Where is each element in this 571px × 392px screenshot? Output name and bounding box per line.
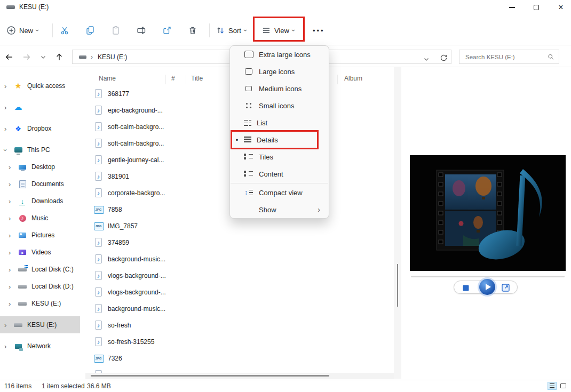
view-menu-item[interactable]: Medium icons bbox=[230, 80, 329, 97]
new-button[interactable]: New › bbox=[6, 22, 38, 38]
file-row[interactable]: background-music... bbox=[85, 300, 394, 317]
tree-chevron-icon[interactable] bbox=[9, 231, 16, 239]
file-row[interactable]: 374859 bbox=[85, 234, 394, 251]
file-row[interactable]: vlogs-background-... bbox=[85, 284, 394, 300]
chevron-down-icon: › bbox=[34, 29, 41, 31]
search-input[interactable] bbox=[459, 54, 548, 60]
close-button[interactable]: × bbox=[552, 1, 570, 14]
paste-button[interactable] bbox=[111, 22, 121, 38]
file-row[interactable]: background-music... bbox=[85, 251, 394, 267]
sidebar-item[interactable]: Dropbox bbox=[0, 120, 85, 137]
popout-button[interactable] bbox=[502, 284, 510, 292]
file-row[interactable]: so-fresh-315255 bbox=[85, 333, 394, 350]
breadcrumb-separator: › bbox=[91, 53, 93, 61]
sort-button[interactable]: Sort › bbox=[216, 22, 247, 38]
file-name: IMG_7857 bbox=[108, 222, 138, 230]
tree-chevron-icon[interactable] bbox=[4, 321, 12, 329]
rename-button[interactable] bbox=[137, 22, 146, 38]
forward-button[interactable] bbox=[21, 51, 33, 63]
tree-chevron-icon[interactable] bbox=[9, 283, 16, 291]
details-view-toggle[interactable] bbox=[548, 382, 557, 390]
tree-chevron-icon[interactable] bbox=[9, 249, 16, 257]
view-menu-item[interactable]: Large icons bbox=[230, 63, 329, 80]
file-name: 7858 bbox=[108, 206, 122, 213]
recent-locations-button[interactable] bbox=[37, 51, 49, 63]
sidebar-item-icon bbox=[18, 163, 27, 171]
title-bar: KESU (E:) × bbox=[0, 0, 571, 15]
sidebar-item[interactable]: Local Disk (C:) bbox=[0, 261, 85, 278]
share-button[interactable] bbox=[162, 22, 172, 38]
file-type-icon bbox=[94, 106, 103, 115]
play-button[interactable] bbox=[479, 279, 495, 295]
sidebar-item[interactable]: Network bbox=[0, 338, 85, 355]
file-type-icon bbox=[94, 238, 103, 247]
tree-chevron-icon[interactable] bbox=[9, 197, 16, 205]
column-header-title[interactable]: Title bbox=[191, 75, 203, 82]
horizontal-scrollbar[interactable] bbox=[85, 373, 394, 379]
sidebar-item[interactable]: Local Disk (D:) bbox=[0, 278, 85, 295]
sidebar-item[interactable]: Documents bbox=[0, 175, 85, 193]
sidebar-item[interactable]: Downloads bbox=[0, 193, 85, 210]
up-button[interactable] bbox=[53, 51, 65, 63]
tree-chevron-icon[interactable] bbox=[9, 214, 16, 222]
toolbar-divider bbox=[52, 23, 53, 37]
view-menu-item[interactable]: Content bbox=[230, 165, 329, 182]
sidebar-item[interactable]: Videos bbox=[0, 244, 85, 261]
column-header-album[interactable]: Album bbox=[344, 75, 362, 82]
sidebar-item[interactable]: This PC bbox=[0, 141, 85, 158]
file-row[interactable]: so-fresh bbox=[85, 317, 394, 333]
thumbnail-view-toggle[interactable] bbox=[559, 382, 568, 390]
stop-button[interactable] bbox=[463, 285, 469, 291]
refresh-button[interactable] bbox=[438, 52, 449, 63]
file-row[interactable]: IMG_7857 bbox=[85, 218, 394, 234]
search-box[interactable] bbox=[459, 50, 559, 64]
view-icon bbox=[261, 26, 271, 35]
file-row[interactable]: vlogs-background-... bbox=[85, 267, 394, 284]
more-options-button[interactable]: ••• bbox=[313, 22, 325, 38]
tree-chevron-icon[interactable] bbox=[9, 163, 16, 171]
column-divider[interactable] bbox=[337, 75, 338, 84]
vertical-scrollbar-thumb[interactable] bbox=[397, 264, 398, 307]
view-menu-item[interactable]: Compact view bbox=[230, 184, 329, 201]
delete-button[interactable] bbox=[188, 22, 197, 38]
sidebar-item[interactable]: KESU (E:) bbox=[0, 316, 80, 333]
column-header-number[interactable]: # bbox=[171, 75, 175, 82]
column-divider[interactable] bbox=[165, 75, 166, 84]
copy-button[interactable] bbox=[85, 22, 95, 38]
vertical-scrollbar[interactable] bbox=[394, 67, 401, 379]
sidebar-item[interactable]: Desktop bbox=[0, 158, 85, 175]
tree-chevron-icon[interactable] bbox=[4, 342, 12, 350]
tree-chevron-icon[interactable] bbox=[4, 82, 12, 90]
view-menu-item[interactable]: Small icons bbox=[230, 97, 329, 114]
address-dropdown-button[interactable] bbox=[421, 53, 432, 65]
view-menu-item[interactable]: List bbox=[230, 114, 329, 131]
tree-chevron-icon[interactable] bbox=[4, 125, 12, 133]
tree-chevron-icon[interactable] bbox=[9, 180, 16, 188]
sidebar-item[interactable]: Pictures bbox=[0, 227, 85, 244]
view-button[interactable]: View › bbox=[261, 22, 295, 38]
back-button[interactable] bbox=[3, 51, 15, 63]
column-divider[interactable] bbox=[186, 75, 186, 84]
file-row[interactable]: 7326 bbox=[85, 350, 394, 366]
tree-chevron-icon[interactable] bbox=[9, 266, 16, 274]
tree-chevron-icon[interactable] bbox=[4, 103, 12, 111]
minimize-button[interactable] bbox=[503, 1, 521, 14]
view-menu-item[interactable]: Show bbox=[230, 201, 329, 218]
tree-chevron-icon[interactable] bbox=[4, 146, 12, 154]
sidebar-item[interactable] bbox=[0, 99, 85, 116]
view-menu-item[interactable]: Tiles bbox=[230, 148, 329, 165]
view-menu-item[interactable]: Details bbox=[230, 131, 329, 148]
tree-chevron-icon[interactable] bbox=[9, 300, 16, 308]
sidebar-item[interactable]: KESU (E:) bbox=[0, 295, 85, 312]
file-row[interactable] bbox=[85, 366, 394, 373]
view-menu-item[interactable]: Extra large icons bbox=[230, 46, 329, 63]
breadcrumb-drive[interactable]: KESU (E:) bbox=[98, 53, 127, 61]
maximize-button[interactable] bbox=[527, 1, 545, 14]
sidebar-item[interactable]: Quick access bbox=[0, 77, 85, 94]
cut-button[interactable] bbox=[60, 22, 69, 38]
column-header-name[interactable]: Name bbox=[99, 75, 116, 82]
horizontal-scrollbar-thumb[interactable] bbox=[91, 375, 329, 377]
sidebar-item[interactable]: Music bbox=[0, 210, 85, 227]
file-type-icon bbox=[94, 287, 103, 297]
seek-bar[interactable] bbox=[411, 276, 565, 277]
